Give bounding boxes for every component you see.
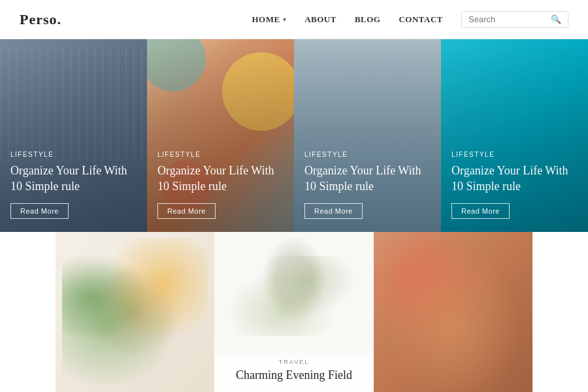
read-more-btn-2[interactable]: Read More xyxy=(157,203,216,219)
read-more-btn-3[interactable]: Read More xyxy=(304,203,363,219)
nav-home[interactable]: HOME ▾ xyxy=(252,14,286,25)
grid-category-2: TRAVEL xyxy=(223,359,364,365)
nav-contact[interactable]: CONTACT xyxy=(399,14,443,25)
hero-title-4: Organize Your Life With 10 Simple rule xyxy=(451,163,578,194)
grid-card-2[interactable]: TRAVEL Charming Evening Field xyxy=(214,232,373,392)
hero-category-4: LIFESTYLE xyxy=(451,151,578,158)
hero-title-1: Organize Your Life With 10 Simple rule xyxy=(10,163,137,194)
hero-title-2: Organize Your Life With 10 Simple rule xyxy=(157,163,284,194)
hero-content-1: LIFESTYLE Organize Your Life With 10 Sim… xyxy=(10,151,137,219)
read-more-btn-1[interactable]: Read More xyxy=(10,203,69,219)
hero-category-2: LIFESTYLE xyxy=(157,151,284,158)
hero-card-3[interactable]: LIFESTYLE Organize Your Life With 10 Sim… xyxy=(294,39,441,232)
hero-card-2[interactable]: LIFESTYLE Organize Your Life With 10 Sim… xyxy=(147,39,294,232)
hero-title-3: Organize Your Life With 10 Simple rule xyxy=(304,163,431,194)
hero-content-3: LIFESTYLE Organize Your Life With 10 Sim… xyxy=(304,151,431,219)
hero-card-4[interactable]: LIFESTYLE Organize Your Life With 10 Sim… xyxy=(441,39,588,232)
bottom-grid: TRAVEL Charming Evening Field xyxy=(0,232,588,392)
grid-deco-1 xyxy=(62,238,208,385)
search-box: 🔍 xyxy=(461,11,568,28)
chevron-down-icon: ▾ xyxy=(283,16,287,23)
site-logo[interactable]: Perso. xyxy=(20,11,61,28)
main-nav: HOME ▾ ABOUT BLOG CONTACT 🔍 xyxy=(252,11,568,28)
grid-deco-2b xyxy=(231,256,358,336)
site-header: Perso. HOME ▾ ABOUT BLOG CONTACT 🔍 xyxy=(0,0,588,39)
nav-blog[interactable]: BLOG xyxy=(355,14,381,25)
hero-category-3: LIFESTYLE xyxy=(304,151,431,158)
hero-card-1[interactable]: LIFESTYLE Organize Your Life With 10 Sim… xyxy=(0,39,147,232)
grid-card-3[interactable] xyxy=(374,232,532,392)
read-more-btn-4[interactable]: Read More xyxy=(451,203,510,219)
grid-deco-3 xyxy=(374,232,532,392)
hero-category-1: LIFESTYLE xyxy=(10,151,137,158)
search-icon[interactable]: 🔍 xyxy=(551,14,561,25)
grid-card-1[interactable] xyxy=(56,232,214,392)
search-input[interactable] xyxy=(468,14,547,24)
hero-content-2: LIFESTYLE Organize Your Life With 10 Sim… xyxy=(157,151,284,219)
hero-strip: LIFESTYLE Organize Your Life With 10 Sim… xyxy=(0,39,588,232)
hero-content-4: LIFESTYLE Organize Your Life With 10 Sim… xyxy=(451,151,578,219)
grid-title-2: Charming Evening Field xyxy=(223,368,364,383)
grid-text-2: TRAVEL Charming Evening Field xyxy=(214,350,373,392)
nav-about[interactable]: ABOUT xyxy=(304,14,336,25)
